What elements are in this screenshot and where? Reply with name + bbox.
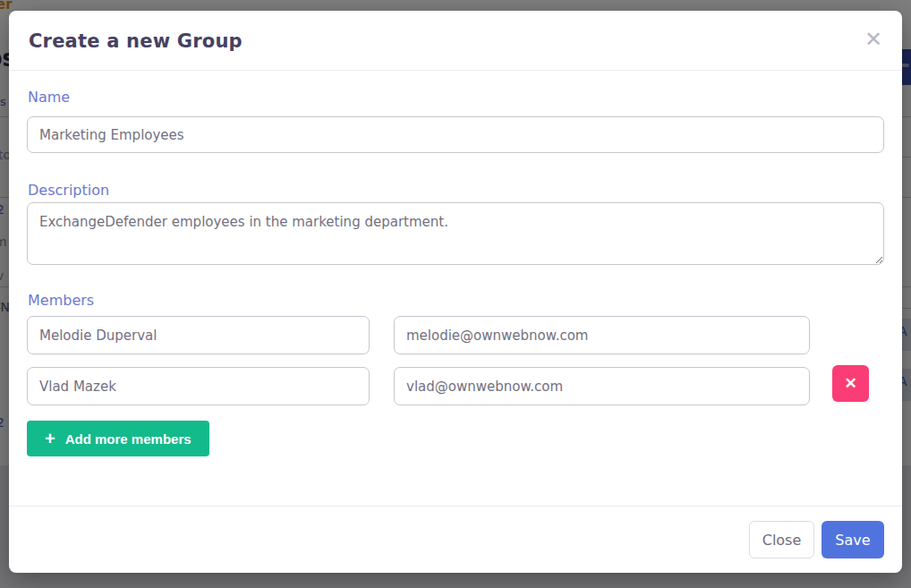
group-description-textarea[interactable]: ExchangeDefender employees in the market…	[27, 202, 884, 265]
name-label: Name	[28, 89, 70, 106]
remove-member-button[interactable]: ✕	[832, 365, 869, 402]
plus-icon: +	[45, 430, 55, 447]
group-name-input[interactable]	[27, 116, 884, 153]
member-email-input[interactable]	[394, 367, 810, 405]
create-group-modal: Create a new Group ✕ Name Description Ex…	[9, 11, 902, 573]
members-label: Members	[28, 292, 94, 309]
add-more-members-button[interactable]: + Add more members	[27, 421, 209, 456]
member-email-input[interactable]	[394, 316, 810, 354]
footer-divider	[9, 506, 902, 507]
header-divider	[9, 70, 902, 71]
close-icon[interactable]: ✕	[864, 29, 882, 50]
member-name-input[interactable]	[27, 316, 370, 354]
save-button[interactable]: Save	[822, 521, 884, 558]
remove-member-icon: ✕	[844, 374, 856, 393]
close-button[interactable]: Close	[749, 521, 814, 558]
modal-title: Create a new Group	[29, 30, 243, 52]
add-more-members-label: Add more members	[65, 431, 192, 447]
member-name-input[interactable]	[27, 367, 370, 405]
description-label: Description	[28, 182, 109, 199]
